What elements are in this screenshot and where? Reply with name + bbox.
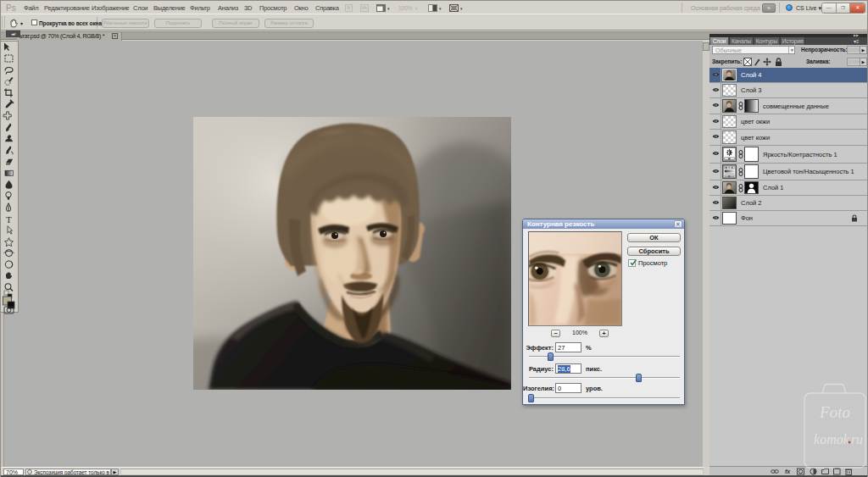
svg-text:ru: ru (851, 432, 863, 446)
svg-text:T: T (6, 214, 12, 225)
svg-text:Foto: Foto (819, 403, 850, 421)
svg-text:fx: fx (785, 469, 791, 474)
svg-text:komok: komok (814, 432, 850, 446)
